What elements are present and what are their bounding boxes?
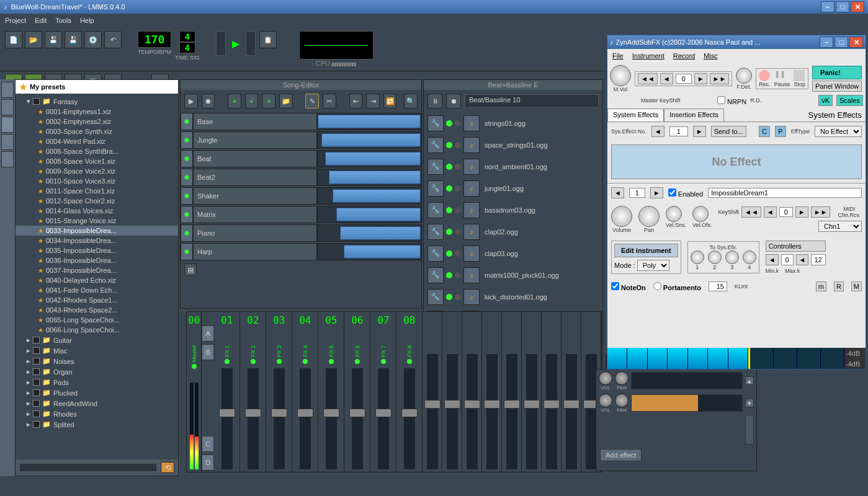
bb-solo-led[interactable] xyxy=(455,142,461,148)
fader[interactable] xyxy=(404,368,415,469)
bb-solo-led[interactable] xyxy=(455,250,461,257)
bb-mute-led[interactable] xyxy=(446,229,452,235)
side-tab-home[interactable] xyxy=(1,134,14,150)
track-handle[interactable] xyxy=(181,224,193,242)
bb-sample-name[interactable]: bassdrum03.ogg xyxy=(482,206,599,214)
track-name[interactable]: Piano xyxy=(193,224,317,242)
add-sample-track-button[interactable]: + xyxy=(245,94,259,108)
track-expand-button[interactable]: ▤ xyxy=(184,264,197,276)
midi-ch-select[interactable]: Chn1 xyxy=(818,221,862,232)
zyn-min-button[interactable]: – xyxy=(820,37,833,48)
tree-folder[interactable]: ▸ 📁 Pads xyxy=(16,377,178,388)
play-button[interactable]: ▶ xyxy=(184,94,198,108)
tab-system-effects[interactable]: System Effects xyxy=(607,108,664,122)
side-tab-computer[interactable] xyxy=(1,151,14,167)
keyshift-input[interactable] xyxy=(676,74,692,84)
track-handle[interactable] xyxy=(181,206,193,223)
add-effect-button[interactable]: Add effect xyxy=(600,449,642,461)
ks2-inc2[interactable]: ►► xyxy=(811,206,831,218)
save-button[interactable]: 💾 xyxy=(45,31,62,48)
part-inc[interactable]: ► xyxy=(650,187,663,198)
presets-tree[interactable]: ▾ 📁 Fantasy★ 0001-Emptyness1.xiz★ 0002-E… xyxy=(16,94,178,459)
mixer-master[interactable]: 00 Master xyxy=(187,312,202,472)
bb-solo-led[interactable] xyxy=(455,120,461,126)
mixer-channel-extra[interactable] xyxy=(502,312,522,472)
fader[interactable] xyxy=(486,354,498,469)
refresh-button[interactable]: ⟲ xyxy=(161,462,174,473)
preset-file[interactable]: ★ 0040-Delayed Echo.xiz xyxy=(16,275,178,285)
keyshift-inc[interactable]: ►► xyxy=(710,73,730,84)
side-tab-samples[interactable] xyxy=(1,99,14,115)
bb-play-button[interactable]: ⏸ xyxy=(427,94,442,108)
fader[interactable] xyxy=(526,354,537,469)
close-button[interactable]: ✕ xyxy=(851,1,864,12)
bb-wrench-icon[interactable]: 🔧 xyxy=(427,137,444,153)
track-name[interactable]: Matrix xyxy=(193,206,317,223)
bb-wrench-icon[interactable]: 🔧 xyxy=(427,115,444,131)
bb-solo-led[interactable] xyxy=(455,229,461,235)
pattern-down[interactable]: ▾ xyxy=(745,399,754,407)
bb-mute-led[interactable] xyxy=(446,294,452,300)
mixer-channel-extra[interactable] xyxy=(562,312,581,472)
ch-led[interactable] xyxy=(277,359,282,364)
enabled-checkbox[interactable] xyxy=(668,188,676,197)
mixer-channel-extra[interactable] xyxy=(462,312,482,472)
menu-help[interactable]: Help xyxy=(80,17,94,24)
zyn-close-button[interactable]: ✕ xyxy=(849,37,863,48)
preset-file[interactable]: ★ 0066-Long SpaceChoi... xyxy=(16,325,178,335)
p-button[interactable]: P xyxy=(775,126,785,137)
forward-button[interactable]: ⇥ xyxy=(366,94,380,108)
rec-button[interactable] xyxy=(759,70,770,81)
fader[interactable] xyxy=(546,354,557,469)
loop-button[interactable]: 🔁 xyxy=(383,94,397,108)
preset-file[interactable]: ★ 0009-Space Voice2.xiz xyxy=(16,166,178,176)
preset-file[interactable]: ★ 0037-ImpossibleDrea... xyxy=(16,265,178,275)
ch-led[interactable] xyxy=(407,359,412,364)
ch-led[interactable] xyxy=(225,359,230,364)
tree-folder[interactable]: ▸ 📁 Splited xyxy=(16,419,178,430)
vol-knob[interactable] xyxy=(599,371,612,385)
panel-window-button[interactable]: Panel Window xyxy=(812,81,862,92)
track-content[interactable] xyxy=(317,224,421,242)
back-button[interactable]: ⇤ xyxy=(349,94,363,108)
track-content[interactable] xyxy=(317,113,421,130)
bb-sample-name[interactable]: clap03.ogg xyxy=(482,250,599,257)
bb-stop-button[interactable]: ⏺ xyxy=(446,94,461,108)
pattern-2[interactable] xyxy=(631,394,743,412)
bank-c-button[interactable]: C xyxy=(202,436,214,452)
bb-mute-led[interactable] xyxy=(446,164,452,170)
tree-folder[interactable]: ▸ 📁 Noises xyxy=(16,356,178,366)
timesig-den[interactable]: 4 xyxy=(179,42,195,53)
bb-solo-led[interactable] xyxy=(455,272,461,278)
pan-knob[interactable] xyxy=(615,371,629,385)
track-content[interactable] xyxy=(317,131,421,149)
track-content[interactable] xyxy=(317,187,421,205)
mixer-channel[interactable]: 03FX 3 xyxy=(266,312,292,472)
vk-button[interactable]: vK xyxy=(818,95,833,106)
bb-sample-name[interactable]: kick_distorted01.ogg xyxy=(482,293,599,301)
mixer-channel[interactable]: 05FX 5 xyxy=(318,312,344,472)
fader[interactable] xyxy=(427,354,438,469)
tree-folder[interactable]: ▸ 📁 Organ xyxy=(16,366,178,377)
bb-solo-led[interactable] xyxy=(455,294,461,300)
preset-file[interactable]: ★ 0008-Space Voice1.xiz xyxy=(16,156,178,166)
fader[interactable] xyxy=(378,368,389,469)
bb-mute-led[interactable] xyxy=(446,120,452,126)
sample-icon[interactable]: ♪ xyxy=(463,159,480,175)
sysefx-knob[interactable] xyxy=(691,250,704,264)
part-name-input[interactable] xyxy=(708,188,862,198)
bb-wrench-icon[interactable]: 🔧 xyxy=(427,159,444,175)
sample-icon[interactable]: ♪ xyxy=(463,115,480,131)
track-name[interactable]: Shaker xyxy=(193,187,317,205)
preset-file[interactable]: ★ 0004-Weird Pad.xiz xyxy=(16,136,178,146)
ks2-dec2[interactable]: ◄◄ xyxy=(741,206,761,218)
fader[interactable] xyxy=(326,368,337,469)
master-volume-slider[interactable] xyxy=(216,31,226,56)
fader[interactable] xyxy=(248,368,259,469)
bb-wrench-icon[interactable]: 🔧 xyxy=(427,289,444,305)
track-content[interactable] xyxy=(317,169,421,186)
track-name[interactable]: Jungle xyxy=(193,131,317,149)
mink-input[interactable] xyxy=(781,254,794,265)
mixer-channel-extra[interactable] xyxy=(423,312,442,472)
fader[interactable] xyxy=(221,368,233,469)
